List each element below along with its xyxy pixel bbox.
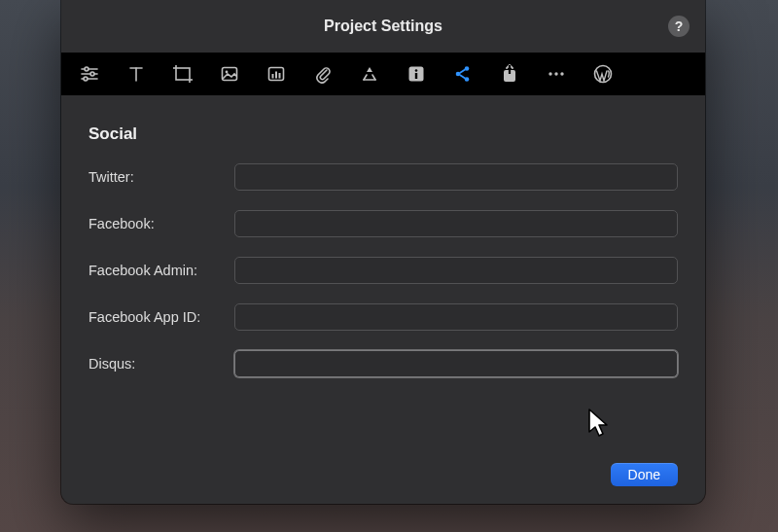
- crop-icon[interactable]: [172, 63, 194, 85]
- row-facebook-appid: Facebook App ID:: [88, 303, 678, 331]
- chart-icon[interactable]: [265, 63, 287, 85]
- help-button[interactable]: ?: [668, 16, 690, 37]
- svg-rect-17: [275, 72, 277, 79]
- footer: Done: [88, 445, 678, 486]
- twitter-field[interactable]: [234, 163, 678, 191]
- facebook-admin-label: Facebook Admin:: [88, 263, 234, 278]
- content-area: Social Twitter: Facebook: Facebook Admin…: [61, 95, 705, 504]
- facebook-appid-field[interactable]: [234, 303, 678, 331]
- svg-point-20: [415, 69, 418, 72]
- facebook-appid-label: Facebook App ID:: [88, 309, 234, 325]
- svg-point-31: [554, 72, 557, 75]
- image-icon[interactable]: [219, 63, 240, 85]
- svg-rect-18: [279, 73, 281, 79]
- window-title: Project Settings: [324, 18, 442, 35]
- svg-rect-16: [272, 74, 274, 79]
- facebook-label: Facebook:: [88, 216, 234, 231]
- svg-rect-21: [415, 73, 417, 79]
- section-title: Social: [88, 124, 678, 144]
- svg-point-1: [85, 67, 88, 71]
- paperclip-icon[interactable]: [312, 63, 334, 85]
- row-facebook: Facebook:: [88, 210, 678, 237]
- svg-point-5: [84, 77, 88, 81]
- text-icon[interactable]: [125, 63, 147, 85]
- svg-point-14: [226, 71, 229, 74]
- disqus-field[interactable]: [234, 350, 678, 377]
- row-twitter: Twitter:: [88, 163, 678, 191]
- share-icon[interactable]: [452, 63, 474, 85]
- row-facebook-admin: Facebook Admin:: [88, 257, 678, 284]
- done-button[interactable]: Done: [611, 463, 678, 486]
- svg-point-32: [560, 72, 563, 75]
- facebook-field[interactable]: [234, 210, 678, 237]
- settings-window: Project Settings ?: [61, 0, 705, 504]
- more-icon[interactable]: [546, 63, 567, 85]
- facebook-admin-field[interactable]: [234, 257, 678, 284]
- info-icon[interactable]: [406, 63, 427, 85]
- svg-point-30: [548, 72, 551, 75]
- svg-point-3: [90, 72, 94, 76]
- row-disqus: Disqus:: [88, 350, 678, 377]
- upload-icon[interactable]: [499, 63, 520, 85]
- svg-rect-8: [176, 68, 190, 80]
- disqus-label: Disqus:: [88, 356, 234, 372]
- wordpress-icon[interactable]: [592, 63, 614, 85]
- titlebar: Project Settings ?: [61, 0, 705, 53]
- svg-line-25: [460, 70, 465, 74]
- recycle-icon[interactable]: [359, 63, 380, 85]
- svg-line-26: [460, 75, 465, 79]
- toolbar: [61, 53, 705, 95]
- twitter-label: Twitter:: [88, 169, 234, 185]
- sliders-icon[interactable]: [79, 63, 100, 85]
- form-rows: Twitter: Facebook: Facebook Admin: Faceb…: [88, 163, 678, 377]
